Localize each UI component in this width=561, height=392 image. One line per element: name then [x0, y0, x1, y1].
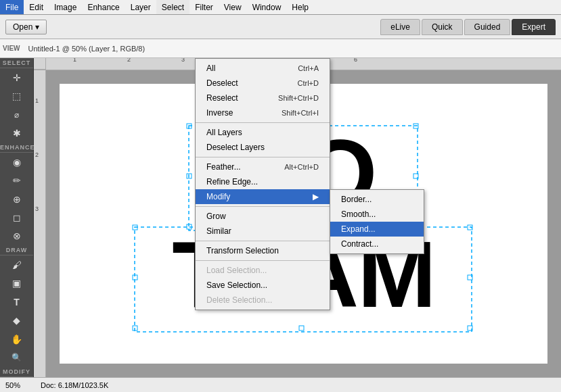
menu-bar: File Edit Image Enhance Layer Select Fil… — [0, 0, 561, 15]
ruler-num-2: 2 — [127, 58, 131, 63]
menu-item-feather[interactable]: Feather... Alt+Ctrl+D — [196, 160, 330, 174]
menu-view[interactable]: View — [219, 0, 247, 14]
menu-enhance[interactable]: Enhance — [82, 0, 125, 14]
menu-item-transform-selection[interactable]: Transform Selection — [196, 243, 330, 258]
tool-hand[interactable]: ✋ — [0, 330, 33, 348]
menu-item-similar[interactable]: Similar — [196, 224, 330, 239]
modify-submenu: Border... Smooth... Expand... Contract..… — [330, 189, 424, 254]
menu-item-deselect-layers-label: Deselect Layers — [206, 143, 265, 152]
menu-layer[interactable]: Layer — [125, 0, 156, 14]
tab-guided[interactable]: Guided — [464, 19, 511, 35]
tool-magic-wand[interactable]: ✱ — [0, 124, 33, 142]
menu-item-modify-label: Modify — [206, 192, 230, 201]
menu-item-deselect-shortcut: Ctrl+D — [298, 79, 319, 87]
menu-window[interactable]: Window — [247, 0, 287, 14]
menu-item-transform-selection-label: Transform Selection — [206, 246, 279, 255]
tab-quick[interactable]: Quick — [422, 19, 463, 35]
menu-image[interactable]: Image — [49, 0, 82, 14]
section-label-enhance: ENHANCE — [0, 143, 33, 153]
svg-rect-12 — [133, 326, 137, 330]
menu-item-all-layers[interactable]: All Layers — [196, 125, 330, 140]
doc-info: Untitled-1 @ 50% (Layer 1, RGB/8) — [28, 45, 145, 53]
ruler-num-v3: 3 — [35, 205, 39, 212]
menu-item-delete-selection: Delete Selection... — [196, 293, 330, 308]
tool-fill[interactable]: ▣ — [0, 274, 33, 293]
menu-item-grow[interactable]: Grow — [196, 209, 330, 224]
doc-size: Doc: 6.18M/1023.5K — [41, 381, 108, 389]
main-area: SELECT ✛ ⬚ ⌀ ✱ ENHANCE ◉ ✏ ⊕ ◻ ⊗ DRAW 🖌 … — [0, 58, 561, 377]
menu-item-save-selection[interactable]: Save Selection... — [196, 278, 330, 293]
tool-shape[interactable]: ◆ — [0, 312, 33, 330]
open-label: Open — [13, 22, 32, 32]
view-label: VIEW — [3, 45, 20, 52]
menu-edit[interactable]: Edit — [24, 0, 49, 14]
tool-move[interactable]: ✛ — [0, 68, 33, 87]
tool-marquee[interactable]: ⬚ — [0, 87, 33, 105]
ruler-num-v2: 2 — [35, 151, 39, 158]
tool-zoom[interactable]: 🔍 — [0, 349, 33, 367]
submenu-expand-label: Expand... — [341, 224, 376, 234]
open-button[interactable]: Open ▾ — [5, 20, 47, 34]
menu-item-similar-label: Similar — [206, 226, 231, 236]
tab-expert[interactable]: Expert — [512, 19, 556, 35]
tool-brush[interactable]: ✏ — [0, 171, 33, 189]
menu-select[interactable]: Select — [156, 0, 189, 14]
menu-item-load-selection: Load Selection... — [196, 263, 330, 278]
menu-item-reselect-shortcut: Shift+Ctrl+D — [278, 94, 319, 102]
menu-item-reselect-label: Reselect — [206, 93, 238, 103]
menu-item-all[interactable]: All Ctrl+A — [196, 61, 330, 76]
separator-4 — [196, 241, 330, 241]
submenu-expand[interactable]: Expand... — [330, 222, 424, 237]
submenu-contract[interactable]: Contract... — [330, 237, 424, 251]
menu-item-save-selection-label: Save Selection... — [206, 280, 267, 290]
submenu-border[interactable]: Border... — [330, 192, 424, 207]
left-panel: SELECT ✛ ⬚ ⌀ ✱ ENHANCE ◉ ✏ ⊕ ◻ ⊗ DRAW 🖌 … — [0, 58, 34, 377]
tool-eye[interactable]: ◉ — [0, 153, 33, 171]
menu-item-modify[interactable]: Modify ▶ Border... Smooth... Expand... C… — [196, 189, 330, 204]
ruler-side: 1 2 3 — [34, 70, 46, 377]
menu-item-refine-edge[interactable]: Refine Edge... — [196, 174, 330, 189]
ruler-num-v1: 1 — [35, 97, 39, 104]
tool-paint[interactable]: 🖌 — [0, 255, 33, 274]
menu-item-deselect[interactable]: Deselect Ctrl+D — [196, 76, 330, 91]
section-label-draw: DRAW — [0, 245, 33, 255]
ruler-num-3: 3 — [181, 58, 185, 63]
tool-clone[interactable]: ⊗ — [0, 227, 33, 245]
submenu-arrow-icon: ▶ — [313, 192, 319, 201]
menu-item-all-layers-label: All Layers — [206, 128, 242, 137]
second-toolbar: VIEW Untitled-1 @ 50% (Layer 1, RGB/8) — [0, 39, 561, 58]
section-label-modify: MODIFY — [0, 367, 33, 377]
menu-item-delete-selection-label: Delete Selection... — [206, 295, 272, 305]
menu-item-feather-label: Feather... — [206, 162, 241, 172]
canvas-area: 1 2 3 4 5 6 1 2 3 — [34, 58, 561, 377]
menu-item-deselect-layers[interactable]: Deselect Layers — [196, 140, 330, 155]
tool-lasso[interactable]: ⌀ — [0, 105, 33, 124]
menu-item-inverse-label: Inverse — [206, 108, 233, 118]
tool-stamp[interactable]: ⊕ — [0, 190, 33, 208]
menu-help[interactable]: Help — [286, 0, 314, 14]
menu-item-reselect[interactable]: Reselect Shift+Ctrl+D — [196, 91, 330, 105]
top-toolbar: Open ▾ eLive Quick Guided Expert — [0, 15, 561, 39]
section-label-select: SELECT — [0, 58, 33, 68]
separator-5 — [196, 260, 330, 261]
menu-item-grow-label: Grow — [206, 212, 226, 221]
separator-2 — [196, 157, 330, 157]
menu-file[interactable]: File — [0, 0, 24, 14]
separator-3 — [196, 206, 330, 207]
ruler-num-1: 1 — [73, 58, 76, 63]
status-bar: 50% Doc: 6.18M/1023.5K — [0, 377, 561, 392]
tool-eraser[interactable]: ◻ — [0, 208, 33, 226]
menu-item-load-selection-label: Load Selection... — [206, 266, 267, 275]
submenu-smooth[interactable]: Smooth... — [330, 207, 424, 222]
tool-text[interactable]: T — [0, 293, 33, 311]
submenu-contract-label: Contract... — [341, 239, 378, 249]
menu-item-inverse-shortcut: Shift+Ctrl+I — [282, 109, 319, 117]
separator-1 — [196, 122, 330, 123]
tab-elive[interactable]: eLive — [380, 19, 420, 35]
menu-filter[interactable]: Filter — [189, 0, 219, 14]
submenu-smooth-label: Smooth... — [341, 210, 376, 219]
menu-item-inverse[interactable]: Inverse Shift+Ctrl+I — [196, 105, 330, 120]
menu-item-feather-shortcut: Alt+Ctrl+D — [284, 163, 319, 171]
menu-item-all-shortcut: Ctrl+A — [298, 64, 319, 72]
submenu-border-label: Border... — [341, 195, 372, 204]
